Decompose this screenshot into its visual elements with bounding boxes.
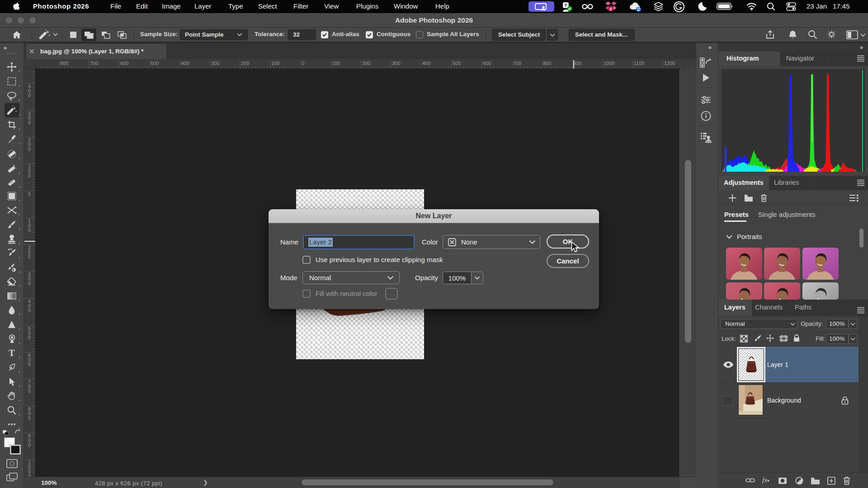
svg-text:2: 2 [609,6,612,11]
svg-text:T: T [9,349,15,357]
svg-text:T: T [565,3,567,8]
